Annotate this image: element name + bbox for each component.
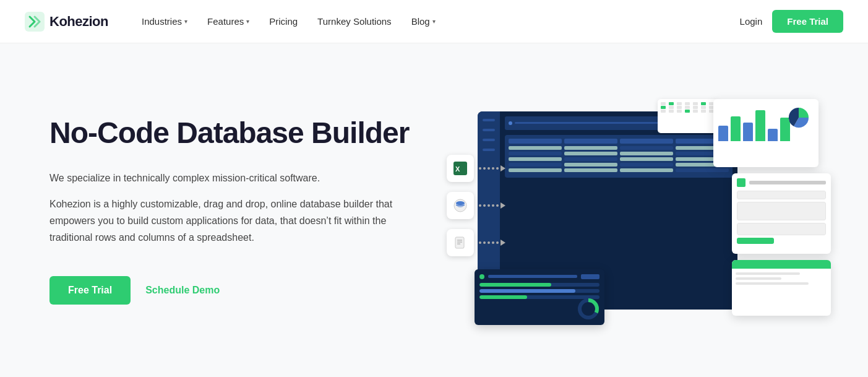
- logo[interactable]: Kohezion: [25, 12, 108, 32]
- hero-subtitle: We specialize in technically complex mis…: [49, 170, 416, 186]
- chevron-down-icon: ▾: [246, 18, 249, 25]
- excel-icon: X: [447, 155, 474, 182]
- nav-item-features[interactable]: Features ▾: [199, 11, 258, 32]
- connector-line: [479, 165, 505, 171]
- nav-right: Login Free Trial: [740, 10, 843, 33]
- nav-item-turnkey-solutions[interactable]: Turnkey Solutions: [309, 11, 400, 32]
- donut-chart: [577, 298, 599, 320]
- source-db-row: [447, 192, 505, 219]
- svg-text:X: X: [455, 165, 460, 173]
- pie-chart-icon: [785, 104, 812, 131]
- hero-title: No-Code Database Builder: [49, 116, 416, 150]
- login-link[interactable]: Login: [740, 16, 763, 27]
- my-application-card: [732, 260, 831, 316]
- hero-free-trial-button[interactable]: Free Trial: [49, 276, 131, 305]
- kohezion-logo-icon: [25, 12, 45, 32]
- navbar: Kohezion Industries ▾ Features ▾ Pricing…: [0, 0, 868, 43]
- hero-description: Kohezion is a highly customizable, drag …: [49, 196, 416, 246]
- nav-item-blog[interactable]: Blog ▾: [403, 11, 444, 32]
- bar-chart-card: [713, 99, 819, 167]
- nav-free-trial-button[interactable]: Free Trial: [772, 10, 843, 33]
- hero-buttons: Free Trial Schedule Demo: [49, 276, 416, 305]
- bottom-dashboard-card: [475, 269, 604, 325]
- source-doc-row: [447, 229, 505, 256]
- sources-container: X: [447, 155, 505, 256]
- hero-illustration: X: [453, 99, 819, 322]
- nav-links: Industries ▾ Features ▾ Pricing Turnkey …: [133, 11, 740, 32]
- schedule-demo-link[interactable]: Schedule Demo: [145, 285, 220, 296]
- nav-item-industries[interactable]: Industries ▾: [133, 11, 196, 32]
- mini-topbar: [732, 260, 831, 269]
- source-excel-row: X: [447, 155, 505, 182]
- chevron-down-icon: ▾: [184, 18, 187, 25]
- connector-line-2: [479, 202, 505, 209]
- svg-rect-7: [455, 237, 464, 248]
- hero-content: No-Code Database Builder We specialize i…: [49, 116, 416, 304]
- document-icon: [447, 229, 474, 256]
- hero-img-container: X: [453, 99, 819, 322]
- nav-item-pricing[interactable]: Pricing: [260, 11, 306, 32]
- mockup-table: [505, 135, 733, 178]
- app-form-card: [732, 173, 831, 254]
- connector-line-3: [479, 240, 505, 246]
- logo-text: Kohezion: [49, 14, 108, 30]
- calendar-card: [658, 99, 720, 133]
- chevron-down-icon: ▾: [432, 18, 436, 25]
- hero-section: No-Code Database Builder We specialize i…: [0, 43, 868, 377]
- database-icon: [447, 192, 474, 219]
